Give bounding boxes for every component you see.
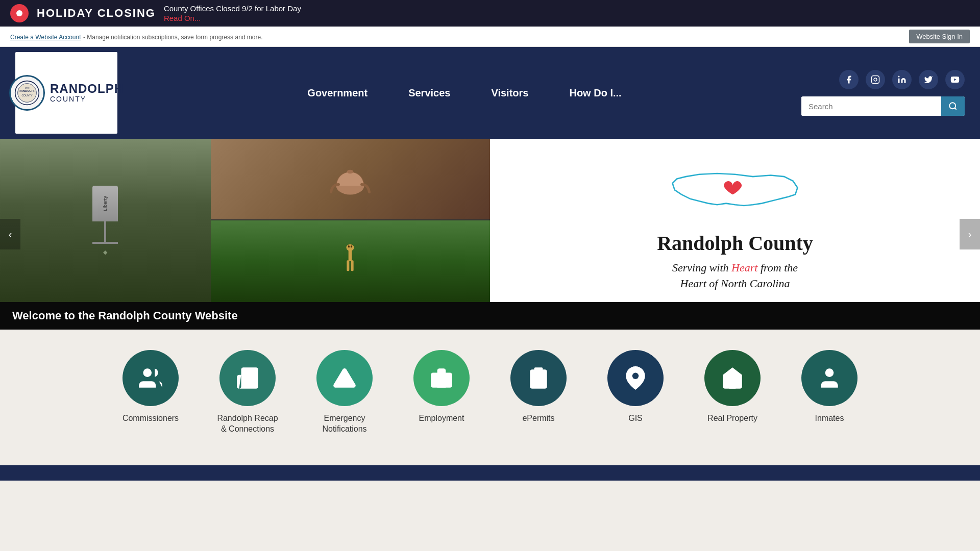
logo-circle: RANDOLPH COUNTY 1779 (9, 75, 45, 111)
search-bar (801, 96, 965, 116)
svg-line-11 (954, 108, 956, 109)
quick-link-epermits[interactable]: ePermits (505, 350, 572, 435)
svg-point-8 (898, 76, 900, 78)
youtube-icon[interactable] (945, 70, 965, 89)
instagram-icon[interactable] (866, 70, 885, 89)
county-seal-icon: RANDOLPH COUNTY 1779 (14, 80, 40, 106)
svg-rect-21 (347, 260, 350, 271)
logo-name: RANDOLPH (50, 83, 124, 95)
welcome-banner: Welcome to the Randolph County Website (0, 302, 980, 330)
social-icons (839, 70, 965, 89)
quick-link-emergency-notifications[interactable]: Emergency Notifications (311, 350, 378, 435)
svg-text:COUNTY: COUNTY (21, 94, 33, 97)
brand-tagline: Serving with Heart from theHeart of Nort… (672, 260, 798, 292)
nav-government[interactable]: Government (307, 87, 368, 99)
slide-prev-button[interactable]: ‹ (0, 219, 20, 249)
quick-link-real-property[interactable]: Real Property (699, 350, 766, 435)
search-icon (948, 102, 958, 111)
slideshow-container: Liberty ◆ (0, 139, 980, 330)
quick-link-label-0: Commissioners (122, 413, 179, 424)
quick-link-employment[interactable]: Employment (408, 350, 475, 435)
slideshow: Liberty ◆ (0, 139, 980, 302)
nav-visitors[interactable]: Visitors (491, 87, 528, 99)
svg-text:1779: 1779 (24, 87, 30, 89)
quick-link-label-5: GIS (628, 413, 643, 424)
slide-images: Liberty ◆ (0, 139, 490, 302)
quick-link-circle-0 (122, 350, 179, 406)
svg-point-19 (348, 246, 350, 247)
facebook-icon[interactable] (839, 70, 859, 89)
svg-rect-7 (898, 79, 900, 83)
quick-link-gis[interactable]: GIS (602, 350, 669, 435)
quick-links-section: CommissionersRandolph Recap & Connection… (0, 330, 980, 465)
nav-how-do-i[interactable]: How Do I... (569, 87, 621, 99)
create-account-link[interactable]: Create a Website Account (10, 34, 81, 41)
giraffe-icon (337, 243, 363, 279)
quick-link-label-6: Real Property (707, 413, 757, 424)
pottery-image (211, 139, 490, 220)
quick-link-label-1: Randolph Recap & Connections (214, 413, 281, 435)
giraffe-image (211, 220, 490, 302)
twitter-icon[interactable] (919, 70, 938, 89)
quick-link-circle-7 (801, 350, 857, 406)
nc-logo: Randolph County Serving with Heart from … (657, 149, 813, 292)
logo-container[interactable]: RANDOLPH COUNTY 1779 RANDOLPH COUNTY (15, 52, 117, 134)
quick-link-label-3: Employment (419, 413, 464, 424)
quick-link-circle-6 (704, 350, 761, 406)
svg-point-23 (143, 368, 152, 377)
quick-link-label-4: ePermits (522, 413, 554, 424)
nav-services[interactable]: Services (408, 87, 450, 99)
logo-county: COUNTY (50, 95, 124, 103)
svg-rect-27 (534, 367, 543, 371)
svg-point-28 (632, 373, 639, 380)
holiday-message: County Offices Closed 9/2 for Labor Day (164, 4, 301, 13)
welcome-text: Welcome to the Randolph County Website (12, 309, 238, 322)
quick-link-label-7: Inmates (815, 413, 844, 424)
brand-name: Randolph County (657, 231, 813, 255)
holiday-banner: HOLIDAY CLOSING County Offices Closed 9/… (0, 0, 980, 27)
quick-link-randolph-recap-&-connections[interactable]: Randolph Recap & Connections (214, 350, 281, 435)
account-info: Create a Website Account - Manage notifi… (10, 32, 262, 41)
account-description: - Manage notification subscriptions, sav… (83, 34, 263, 41)
quick-link-circle-3 (413, 350, 470, 406)
water-tower-image: Liberty ◆ (0, 139, 211, 302)
quick-link-circle-1 (219, 350, 276, 406)
holiday-read-link[interactable]: Read On... (164, 14, 301, 22)
svg-text:RANDOLPH: RANDOLPH (18, 89, 35, 92)
brand-slide: Randolph County Serving with Heart from … (490, 139, 980, 302)
quick-link-circle-5 (607, 350, 664, 406)
quick-link-commissioners[interactable]: Commissioners (117, 350, 184, 435)
svg-point-29 (825, 368, 834, 377)
logo-text: RANDOLPH COUNTY (50, 83, 124, 103)
bottom-bar (0, 465, 980, 481)
svg-point-13 (347, 169, 354, 173)
right-images (211, 139, 490, 302)
sign-in-button[interactable]: Website Sign In (909, 30, 970, 43)
main-nav: RANDOLPH COUNTY 1779 RANDOLPH COUNTY Gov… (0, 47, 980, 139)
search-button[interactable] (941, 96, 965, 116)
pottery-icon (325, 160, 376, 198)
slide-next-button[interactable]: › (960, 219, 980, 249)
holiday-icon (10, 4, 29, 22)
nav-links: Government Services Visitors How Do I... (148, 87, 781, 99)
nc-map-svg (664, 149, 806, 226)
svg-rect-22 (351, 260, 354, 271)
quick-link-circle-2 (316, 350, 373, 406)
quick-link-circle-4 (510, 350, 567, 406)
svg-point-20 (351, 246, 352, 247)
account-bar: Create a Website Account - Manage notifi… (0, 27, 980, 47)
linkedin-icon[interactable] (892, 70, 912, 89)
nav-right (801, 70, 965, 116)
search-input[interactable] (801, 97, 941, 116)
quick-link-inmates[interactable]: Inmates (796, 350, 863, 435)
holiday-info: County Offices Closed 9/2 for Labor Day … (164, 4, 301, 22)
svg-rect-5 (872, 76, 879, 84)
svg-point-10 (949, 103, 955, 109)
holiday-title: HOLIDAY CLOSING (37, 7, 156, 20)
quick-link-label-2: Emergency Notifications (311, 413, 378, 435)
